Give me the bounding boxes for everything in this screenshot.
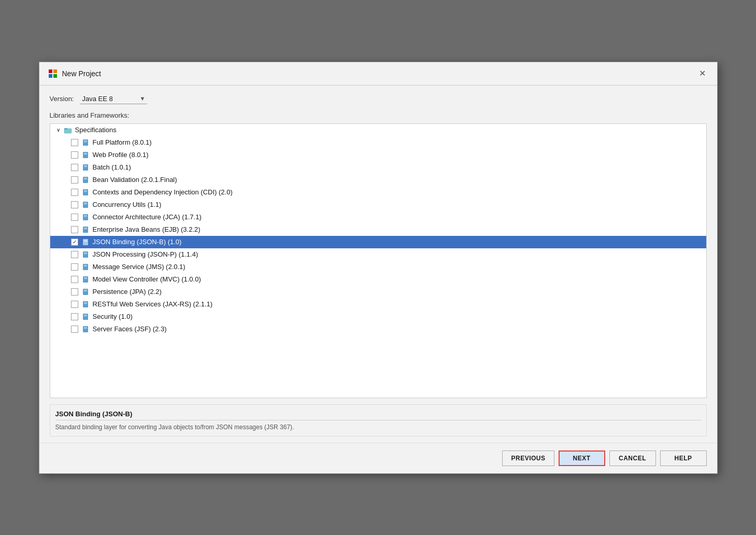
svg-rect-10	[83, 152, 88, 158]
item-checkbox[interactable]	[71, 164, 78, 171]
item-checkbox[interactable]	[71, 139, 78, 146]
title-bar-left: New Project	[48, 68, 101, 79]
svg-rect-33	[84, 241, 87, 242]
svg-rect-31	[83, 239, 88, 245]
libraries-tree[interactable]: ∨ Specifications Full Platform (8.0.	[50, 123, 707, 398]
svg-rect-25	[83, 214, 88, 220]
tree-item[interactable]: Model View Controller (MVC) (1.0.0)	[50, 273, 706, 286]
svg-rect-26	[84, 215, 87, 216]
spec-icon	[81, 238, 90, 246]
svg-rect-44	[84, 290, 87, 290]
svg-rect-54	[84, 328, 87, 329]
svg-rect-12	[84, 154, 87, 154]
tree-item[interactable]: JSON Processing (JSON-P) (1.1.4)	[50, 248, 706, 261]
svg-rect-29	[84, 228, 87, 228]
version-label: Version:	[50, 95, 74, 103]
svg-rect-21	[84, 191, 87, 192]
spec-icon	[81, 250, 90, 259]
chevron-down-icon: ▼	[140, 95, 146, 102]
tree-item[interactable]: Concurrency Utils (1.1)	[50, 199, 706, 211]
dialog-title: New Project	[62, 69, 101, 78]
item-checkbox[interactable]	[71, 326, 78, 333]
tree-item[interactable]: Message Service (JMS) (2.0.1)	[50, 261, 706, 273]
item-checkbox[interactable]	[71, 226, 78, 233]
svg-rect-37	[83, 264, 88, 270]
tree-item[interactable]: Contexts and Dependency Injection (CDI) …	[50, 186, 706, 199]
previous-button[interactable]: PREVIOUS	[502, 450, 554, 466]
item-checkbox[interactable]	[71, 201, 78, 208]
close-button[interactable]: ✕	[696, 67, 709, 80]
spec-icon	[81, 300, 90, 308]
root-label: Specifications	[75, 126, 117, 134]
item-checkbox[interactable]	[71, 288, 78, 295]
tree-item[interactable]: Full Platform (8.0.1)	[50, 136, 706, 149]
item-checkbox[interactable]	[71, 301, 78, 308]
spec-icon	[81, 313, 90, 321]
svg-rect-3	[53, 74, 57, 78]
svg-rect-22	[83, 202, 88, 208]
spec-icon	[81, 188, 90, 196]
item-checkbox[interactable]	[71, 214, 78, 221]
item-checkbox[interactable]	[71, 176, 78, 184]
spec-icon	[81, 325, 90, 333]
svg-rect-28	[83, 227, 88, 233]
help-button[interactable]: HELP	[660, 450, 707, 466]
item-label: Full Platform (8.0.1)	[93, 138, 152, 146]
svg-rect-8	[84, 140, 87, 141]
svg-rect-24	[84, 204, 87, 204]
tree-item[interactable]: Batch (1.0.1)	[50, 161, 706, 174]
item-label: Enterprise Java Beans (EJB) (3.2.2)	[93, 226, 201, 233]
svg-rect-39	[84, 266, 87, 266]
tree-item[interactable]: Server Faces (JSF) (2.3)	[50, 323, 706, 335]
svg-rect-46	[83, 301, 88, 307]
item-label: Connector Architecture (JCA) (1.7.1)	[93, 213, 202, 221]
title-bar: New Project ✕	[39, 62, 717, 86]
item-checkbox[interactable]	[71, 189, 78, 196]
item-label: Bean Validation (2.0.1.Final)	[93, 176, 177, 184]
description-text: Standard binding layer for converting Ja…	[55, 420, 701, 431]
svg-rect-43	[83, 289, 88, 295]
svg-rect-23	[84, 203, 87, 203]
svg-rect-32	[84, 240, 87, 241]
description-title: JSON Binding (JSON-B)	[55, 410, 701, 418]
spec-icon	[81, 213, 90, 221]
tree-item-selected[interactable]: JSON Binding (JSON-B) (1.0)	[50, 236, 706, 248]
tree-item[interactable]: Persistence (JPA) (2.2)	[50, 286, 706, 298]
tree-item[interactable]: Security (1.0)	[50, 311, 706, 323]
svg-rect-16	[83, 177, 88, 183]
item-checkbox-checked[interactable]	[71, 238, 78, 246]
version-select[interactable]: Java EE 8 ▼	[80, 94, 147, 104]
svg-rect-14	[84, 165, 87, 166]
item-checkbox[interactable]	[71, 313, 78, 320]
svg-rect-18	[84, 179, 87, 179]
next-button[interactable]: NEXT	[559, 450, 605, 466]
svg-rect-36	[84, 254, 87, 254]
item-checkbox[interactable]	[71, 251, 78, 258]
spec-icon	[81, 138, 90, 147]
new-project-dialog: New Project ✕ Version: Java EE 8 ▼ Libra…	[39, 62, 718, 474]
item-label: JSON Binding (JSON-B) (1.0)	[93, 238, 182, 246]
svg-rect-5	[64, 128, 67, 130]
tree-root-specifications[interactable]: ∨ Specifications	[50, 124, 706, 136]
item-checkbox[interactable]	[71, 276, 78, 283]
svg-rect-11	[84, 153, 87, 153]
svg-rect-7	[83, 139, 88, 146]
svg-rect-13	[83, 164, 88, 171]
tree-item[interactable]: RESTful Web Services (JAX-RS) (2.1.1)	[50, 298, 706, 311]
spec-icon	[81, 201, 90, 209]
item-checkbox[interactable]	[71, 151, 78, 159]
item-label: Contexts and Dependency Injection (CDI) …	[93, 188, 233, 196]
item-label: RESTful Web Services (JAX-RS) (2.1.1)	[93, 300, 213, 308]
item-label: Message Service (JMS) (2.0.1)	[93, 263, 186, 271]
spec-icon	[81, 263, 90, 271]
item-checkbox[interactable]	[71, 263, 78, 271]
item-label: Concurrency Utils (1.1)	[93, 201, 162, 208]
tree-item[interactable]: Connector Architecture (JCA) (1.7.1)	[50, 211, 706, 223]
tree-item[interactable]: Bean Validation (2.0.1.Final)	[50, 174, 706, 186]
tree-item[interactable]: Web Profile (8.0.1)	[50, 149, 706, 161]
item-label: Web Profile (8.0.1)	[93, 151, 149, 159]
tree-item[interactable]: Enterprise Java Beans (EJB) (3.2.2)	[50, 223, 706, 236]
cancel-button[interactable]: CANCEL	[609, 450, 656, 466]
item-label: Batch (1.0.1)	[93, 163, 131, 171]
svg-rect-52	[83, 326, 88, 332]
